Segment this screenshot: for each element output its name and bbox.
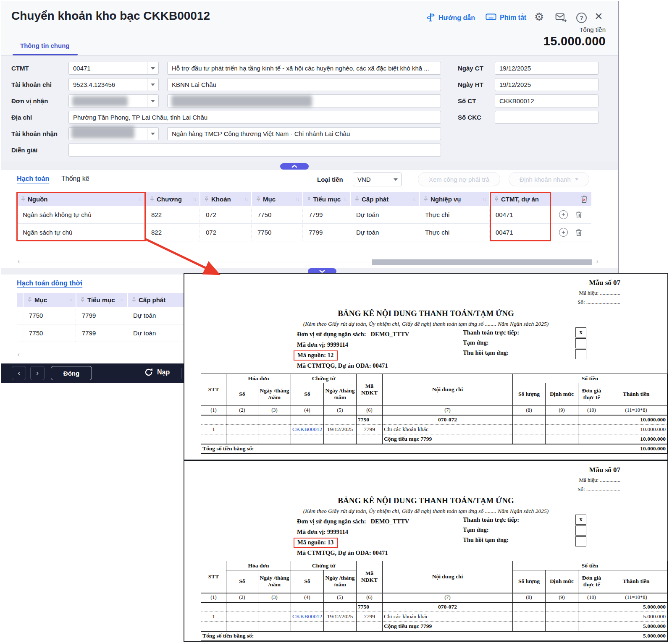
- delete-row-icon[interactable]: [575, 211, 582, 219]
- row-actions: +: [550, 224, 591, 241]
- sort-icon[interactable]: ↑↓: [69, 298, 72, 302]
- ctmt-code-select[interactable]: 00471: [68, 62, 159, 75]
- hach-toan-row[interactable]: Ngân sách tự chủ 822 072 7750 7799 Dự to…: [17, 224, 591, 241]
- doc-form-no: Mẫu số 07: [578, 466, 620, 474]
- column-header-chuong[interactable]: Chương ↑↓: [145, 192, 200, 206]
- chevron-down-icon: [575, 178, 578, 180]
- sort-icon[interactable]: ↑↓: [193, 197, 196, 201]
- doc-ma-ctmt: Mã CTMTQG, Dự án ODA: 00471: [297, 362, 388, 369]
- sort-icon[interactable]: ↑↓: [120, 298, 123, 302]
- reload-button[interactable]: Nạp: [144, 368, 170, 377]
- column-header-nghiep-vu[interactable]: Nghiệp vụ ↑↓: [419, 192, 489, 206]
- sort-icon[interactable]: ↑↓: [138, 197, 142, 201]
- tai-khoan-nhan-label: Tài khoản nhận: [11, 127, 58, 140]
- doc-ma-don-vi: Mã đơn vị: 9999114: [297, 528, 348, 536]
- tai-khoan-chi-desc-field[interactable]: KBNN Lai Châu: [167, 78, 441, 91]
- doc-subtitle: (Kèm theo Giấy rút dự toán, Ủy nhiệm chi…: [184, 508, 667, 515]
- doc-don-vi: Đơn vị sử dụng ngân sách: DEMO_TTTV: [297, 518, 409, 525]
- ctmt-code-value: 00471: [73, 65, 147, 72]
- chevron-right-icon: ›: [36, 369, 39, 377]
- add-row-icon[interactable]: +: [559, 210, 568, 219]
- dien-giai-field[interactable]: [68, 144, 441, 157]
- checkbox-tam-ung: [575, 525, 586, 536]
- cell-tieu-muc: 7799: [76, 324, 127, 342]
- check-label-1: Thanh toán trực tiếp:: [463, 516, 519, 523]
- shortcut-label: Phím tắt: [500, 14, 526, 21]
- hach-toan-row[interactable]: Ngân sách không tự chủ 822 072 7750 7799…: [17, 206, 591, 224]
- sort-icon[interactable]: ↑↓: [483, 197, 486, 201]
- doc-title: BẢNG KÊ NỘI DUNG THANH TOÁN/TẠM ỨNG: [184, 309, 667, 318]
- column-header-nguon[interactable]: Nguồn ↑↓: [17, 192, 145, 206]
- cell-cap-phat: Dự toán: [350, 206, 419, 223]
- help-icon[interactable]: ?: [576, 13, 587, 23]
- tab-thong-ke[interactable]: Thống kê: [61, 175, 89, 183]
- tab-thong-tin-chung[interactable]: Thông tin chung: [20, 42, 69, 49]
- mail-forward-icon[interactable]: [555, 13, 567, 24]
- guide-link[interactable]: Hướng dẫn: [426, 13, 475, 24]
- pin-icon: [205, 196, 209, 202]
- cell-nghiep-vu: Thực chi: [419, 224, 489, 241]
- ngay-ht-field[interactable]: 19/12/2025: [495, 78, 598, 91]
- column-header-muc[interactable]: Mục ↑↓: [23, 293, 76, 307]
- add-row-icon[interactable]: +: [559, 228, 568, 237]
- check-label-3: Thu hồi tạm ứng:: [463, 349, 509, 356]
- delete-row-icon[interactable]: [575, 229, 582, 236]
- cell-muc: 7750: [23, 324, 76, 342]
- shortcut-link[interactable]: Phím tắt: [486, 13, 526, 23]
- dinh-khoan-nhanh-button[interactable]: Định khoản nhanh: [509, 172, 589, 186]
- check-label-2: Tạm ứng:: [463, 339, 488, 346]
- column-header-tieu-muc[interactable]: Tiểu mục ↑↓: [76, 293, 127, 307]
- column-header-cap-phat[interactable]: Cấp phát ↑↓: [350, 192, 419, 206]
- next-record-button[interactable]: ›: [30, 366, 45, 380]
- pin-icon: [424, 196, 428, 202]
- gear-icon[interactable]: ⚙: [534, 11, 544, 22]
- so-ct-field[interactable]: CKKB00012: [495, 94, 598, 107]
- close-button[interactable]: Đóng: [51, 366, 92, 380]
- hach-toan-dong-thoi-link[interactable]: Hạch toán đồng thời: [17, 280, 82, 287]
- ngay-ct-label: Ngày CT: [458, 62, 483, 75]
- doc-ma-don-vi: Mã đơn vị: 9999114: [297, 341, 348, 348]
- column-header-muc[interactable]: Mục ↑↓: [251, 192, 302, 206]
- sort-icon[interactable]: ↑↓: [412, 197, 415, 201]
- prev-record-button[interactable]: ‹: [12, 366, 26, 380]
- redacted-text: [72, 96, 128, 106]
- tab-hach-toan[interactable]: Hạch toán: [17, 175, 49, 183]
- collapse-up-button[interactable]: [280, 163, 309, 170]
- ngay-ht-value: 19/12/2025: [499, 81, 531, 88]
- redacted-text: [71, 126, 134, 139]
- ngay-ct-field[interactable]: 19/12/2025: [495, 62, 598, 75]
- pin-icon: [150, 196, 154, 202]
- tai-khoan-chi-select[interactable]: 9523.4.123456: [68, 78, 159, 91]
- refresh-icon: [144, 368, 153, 377]
- xem-cong-no-button[interactable]: Xem công nợ phải trả: [418, 172, 500, 186]
- doc-chung-tu-link[interactable]: CKKB00012: [291, 612, 324, 622]
- check-label-2: Tạm ứng:: [463, 526, 488, 533]
- tai-khoan-nhan-desc-field[interactable]: Ngân hàng TMCP Công thương Việt Nam - Ch…: [167, 127, 441, 140]
- tai-khoan-chi-value: 9523.4.123456: [73, 81, 147, 88]
- currency-select[interactable]: VND: [353, 173, 402, 186]
- so-ckc-field[interactable]: [495, 111, 598, 124]
- scroll-left-icon[interactable]: ‹: [18, 258, 20, 264]
- sort-icon[interactable]: ↑↓: [296, 197, 299, 201]
- checkbox-thanh-toan: x: [575, 327, 586, 337]
- delete-all-icon[interactable]: [580, 195, 588, 203]
- doc-chung-tu-link[interactable]: CKKB00012: [291, 425, 324, 434]
- scroll-left-icon[interactable]: ‹: [18, 351, 20, 358]
- total-label: Tổng tiền: [480, 26, 606, 33]
- ctmt-desc-field[interactable]: Hỗ trợ đầu tư phát triển hạ tầng kinh tế…: [167, 62, 441, 75]
- scrollbar-thumb[interactable]: [372, 259, 592, 265]
- scroll-right-icon[interactable]: ›: [596, 258, 598, 264]
- sort-icon[interactable]: ↑↓: [343, 197, 346, 201]
- dinh-khoan-nhanh-label: Định khoản nhanh: [520, 176, 571, 183]
- pin-icon: [355, 196, 359, 202]
- sort-icon[interactable]: ↑↓: [244, 197, 248, 201]
- dia-chi-field[interactable]: Phường Tân Phong, TP Lai Châu, tỉnh Lai …: [68, 111, 441, 124]
- doc-ma-hieu: Mã hiệu: ...............: [578, 290, 620, 296]
- column-header-khoan[interactable]: Khoản ↑↓: [200, 192, 251, 206]
- pin-icon: [81, 297, 85, 303]
- dia-chi-value: Phường Tân Phong, TP Lai Châu, tỉnh Lai …: [73, 114, 207, 121]
- column-header-ctmt-du-an[interactable]: CTMT, dự án: [489, 192, 550, 206]
- column-header-tieu-muc[interactable]: Tiểu mục ↑↓: [302, 192, 350, 206]
- cell-khoan: 072: [200, 224, 251, 241]
- close-icon[interactable]: ×: [595, 9, 603, 23]
